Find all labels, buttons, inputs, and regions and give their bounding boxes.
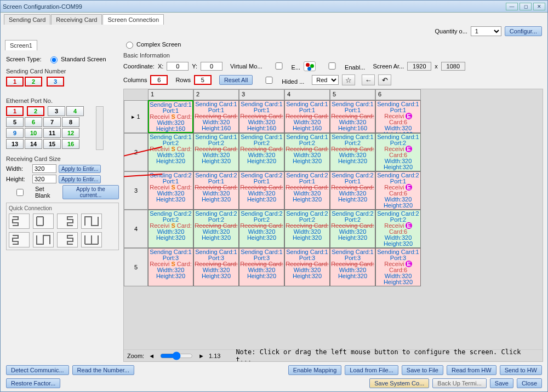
quantity-select[interactable]: 1 <box>471 26 501 36</box>
quick-pattern-1[interactable] <box>9 214 30 229</box>
load-file-button[interactable]: Load from File... <box>345 365 398 375</box>
zoom-slider[interactable] <box>160 351 193 360</box>
port-8[interactable]: 8 <box>62 117 79 127</box>
matrix-cell[interactable]: Sending Card:1 Port:3 Receiving Card: Wi… <box>330 248 375 286</box>
port-4[interactable]: 4 <box>66 106 84 116</box>
save-button[interactable]: Save <box>490 378 513 388</box>
port-16[interactable]: 16 <box>62 139 79 149</box>
minimize-button[interactable]: — <box>506 3 518 10</box>
restore-button[interactable]: Restore Factor... <box>6 378 60 388</box>
port-11[interactable]: 11 <box>43 128 61 138</box>
enable-check[interactable]: Enabl... <box>319 61 365 71</box>
rows-input[interactable] <box>194 75 212 85</box>
matrix-cell[interactable]: Sending Card:2 Port:2 Receiving Card: Wi… <box>330 210 375 248</box>
e-check[interactable]: E... <box>266 61 301 71</box>
matrix-cell[interactable]: Sending Card:1 Port:2 Receiving Card: Wi… <box>239 133 284 171</box>
maximize-button[interactable]: ◻ <box>520 3 532 10</box>
port-14[interactable]: 14 <box>25 139 42 149</box>
matrix-cell[interactable]: Sending Card:2 Port:1 Receivi S Card: Wi… <box>148 171 193 210</box>
back-arrow-icon[interactable]: ← <box>362 74 375 85</box>
coord-x-input[interactable] <box>167 62 189 71</box>
quick-pattern-7[interactable] <box>57 232 78 247</box>
matrix-cell[interactable]: Sending Card:1 Port:2 Receiving Card: Wi… <box>284 133 330 171</box>
reset-all-button[interactable]: Reset All <box>219 75 253 85</box>
matrix-cell[interactable]: Sending Card:2 Port:1 Receiving Card: Wi… <box>284 171 330 210</box>
port-10[interactable]: 10 <box>25 128 42 138</box>
read-hw-button[interactable]: Read from HW <box>447 365 496 375</box>
quick-pattern-8[interactable] <box>81 232 102 247</box>
tab-screen1[interactable]: Screen1 <box>5 40 37 50</box>
tab-receiving-card[interactable]: Receiving Card <box>51 14 102 25</box>
matrix-cell[interactable]: Sending Card:2 Port:2 Receiving Card: Wi… <box>239 210 284 248</box>
matrix-cell[interactable]: Sending Card:2 Port:1 Receiving Card: Wi… <box>239 171 284 210</box>
matrix-cell[interactable]: Sending Card:2 Port:2 Receiving Card: Wi… <box>284 210 330 248</box>
matrix-cell[interactable]: Sending Card:1 Port:1 Receivi S Card: Wi… <box>148 100 193 133</box>
save-file-button[interactable]: Save to File <box>402 365 443 375</box>
matrix-cell[interactable]: Sending Card:1 Port:1 Receivi E Card:6 W… <box>375 100 421 133</box>
port-15[interactable]: 15 <box>43 139 61 149</box>
apply-entire-width[interactable]: Apply to Entir... <box>59 165 101 173</box>
tab-screen-connection[interactable]: Screen Connection <box>102 14 164 25</box>
matrix-cell[interactable]: Sending Card:2 Port:1 Receiving Card: Wi… <box>330 171 375 210</box>
sending-card-1[interactable]: 1 <box>6 77 24 87</box>
set-blank-check[interactable]: Set Blank <box>6 186 60 199</box>
matrix-cell[interactable]: Sending Card:1 Port:3 Receiving Card: Wi… <box>284 248 330 286</box>
matrix-cell[interactable]: Sending Card:2 Port:2 Receivi S Card: Wi… <box>148 210 193 248</box>
sending-card-2[interactable]: 2 <box>25 77 42 87</box>
quick-pattern-3[interactable] <box>57 214 78 229</box>
matrix-cell[interactable]: Sending Card:1 Port:3 Receivi E Card:6 W… <box>375 248 421 286</box>
enable-mapping-button[interactable]: Enable Mapping <box>288 365 342 375</box>
close-window-button[interactable]: Close <box>517 378 542 388</box>
send-hw-button[interactable]: Send to HW <box>500 365 542 375</box>
quick-pattern-6[interactable] <box>33 232 54 247</box>
port-7[interactable]: 7 <box>43 117 61 127</box>
port-1[interactable]: 1 <box>6 106 24 116</box>
matrix-cell[interactable]: Sending Card:1 Port:1 Receiving Card: Wi… <box>239 100 284 133</box>
matrix-cell[interactable]: Sending Card:1 Port:3 Receivi S Card: Wi… <box>148 248 193 286</box>
tab-sending-card[interactable]: Sending Card <box>4 14 50 25</box>
matrix-cell[interactable]: Sending Card:2 Port:1 Receivi E Card:6 W… <box>375 171 421 210</box>
columns-input[interactable] <box>150 75 168 85</box>
matrix-cell[interactable]: Sending Card:1 Port:2 Receivi E Card:6 W… <box>375 133 421 171</box>
detect-button[interactable]: Detect Communic... <box>6 365 69 375</box>
star-icon[interactable]: ☆ <box>342 74 355 85</box>
matrix-cell[interactable]: Sending Card:1 Port:3 Receiving Card: Wi… <box>239 248 284 286</box>
port-3[interactable]: 3 <box>48 106 65 116</box>
port-9[interactable]: 9 <box>6 128 24 138</box>
matrix-cell[interactable]: Sending Card:2 Port:1 Receiving Card: Wi… <box>193 171 239 210</box>
matrix-cell[interactable]: Sending Card:1 Port:1 Receiving Card: Wi… <box>284 100 330 133</box>
port-13[interactable]: 13 <box>6 139 24 149</box>
quick-pattern-5[interactable] <box>9 232 30 247</box>
sending-card-3[interactable]: 3 <box>47 77 64 87</box>
matrix-cell[interactable]: Sending Card:1 Port:3 Receiving Card: Wi… <box>193 248 239 286</box>
quick-pattern-2[interactable] <box>33 214 54 229</box>
matrix-cell[interactable]: Sending Card:1 Port:1 Receiving Card: Wi… <box>193 100 239 133</box>
port-scrollbar[interactable] <box>96 106 104 150</box>
coord-y-input[interactable] <box>201 62 222 71</box>
color-icon[interactable] <box>304 61 316 71</box>
matrix-cell[interactable]: Sending Card:1 Port:2 Receiving Card: Wi… <box>193 133 239 171</box>
radio-standard[interactable]: Standard Screen <box>48 55 106 64</box>
connection-matrix[interactable]: 123456▸ 1 Sending Card:1 Port:1 Receivi … <box>124 89 543 286</box>
matrix-cell[interactable]: Sending Card:2 Port:2 Receivi E Card:6 W… <box>375 210 421 248</box>
height-input[interactable] <box>32 175 56 183</box>
apply-entire-height[interactable]: Apply to Entir... <box>59 175 101 183</box>
hided-check[interactable]: Hided ... <box>256 75 304 85</box>
matrix-cell[interactable]: Sending Card:1 Port:1 Receiving Card: Wi… <box>330 100 375 133</box>
quick-pattern-4[interactable] <box>81 214 102 229</box>
line-color-select[interactable]: Red <box>312 75 339 85</box>
apply-current-button[interactable]: Apply to the current... <box>62 185 119 199</box>
read-number-button[interactable]: Read the Number... <box>72 365 134 375</box>
port-12[interactable]: 12 <box>62 128 79 138</box>
close-button[interactable]: ✕ <box>533 3 545 10</box>
port-2[interactable]: 2 <box>27 106 44 116</box>
configure-button[interactable]: Configur... <box>505 26 542 36</box>
port-6[interactable]: 6 <box>25 117 42 127</box>
port-5[interactable]: 5 <box>6 117 24 127</box>
matrix-cell[interactable]: Sending Card:2 Port:2 Receiving Card: Wi… <box>193 210 239 248</box>
width-input[interactable] <box>32 164 56 173</box>
save-system-button[interactable]: Save System Co... <box>369 378 429 388</box>
matrix-cell[interactable]: Sending Card:1 Port:2 Receiving Card: Wi… <box>330 133 375 171</box>
undo-icon[interactable]: ↶ <box>378 74 391 85</box>
radio-complex[interactable]: Complex Screen <box>123 40 181 49</box>
